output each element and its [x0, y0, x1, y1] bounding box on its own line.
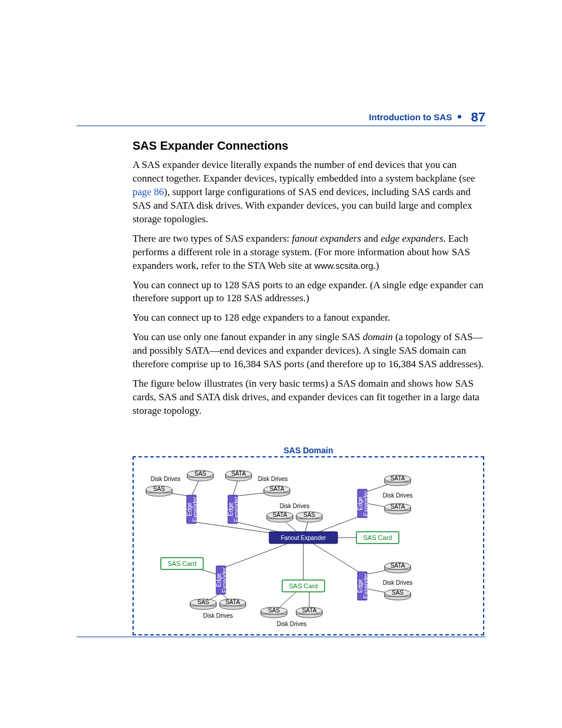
- sas-card-left: SAS Card: [161, 558, 203, 569]
- paragraph-2: There are two types of SAS expanders: fa…: [133, 232, 485, 273]
- svg-text:SAS: SAS: [392, 589, 404, 596]
- edge-expander-5: EdgeExpander: [357, 572, 369, 600]
- paragraph-1: A SAS expander device literally expands …: [133, 159, 485, 226]
- drive-sas-mid: SAS: [296, 512, 322, 522]
- disk-drives-label-tl: Disk Drives: [151, 476, 181, 482]
- disk-drives-label-bc: Disk Drives: [277, 621, 307, 627]
- disk-drives-label-mid: Disk Drives: [280, 503, 310, 509]
- svg-text:SAS: SAS: [153, 486, 165, 492]
- page-number: 87: [471, 110, 485, 124]
- drive-sata-mid: SATA: [267, 512, 293, 522]
- figure-svg: Fanout Expander EdgeExpander EdgeExpande…: [133, 456, 484, 635]
- section-heading: SAS Expander Connections: [133, 139, 485, 153]
- edge-expander-3: EdgeExpander: [216, 566, 228, 594]
- svg-text:SATA: SATA: [391, 475, 405, 482]
- running-header: Introduction to SAS 87: [369, 110, 485, 125]
- drive-sas-bl1: SAS: [190, 599, 216, 610]
- svg-text:SATA: SATA: [270, 486, 285, 492]
- edge-expander-2: EdgeExpander: [227, 495, 240, 523]
- svg-text:SAS: SAS: [197, 599, 209, 605]
- fanout-expander: Fanout Expander: [269, 532, 338, 543]
- sas-card-bottom: SAS Card: [282, 580, 325, 592]
- svg-text:SATA: SATA: [391, 503, 405, 510]
- paragraph-5: You can use only one fanout expander in …: [133, 331, 485, 371]
- header-rule: [77, 126, 485, 126]
- svg-text:SATA: SATA: [226, 599, 240, 605]
- page-link[interactable]: page 86: [133, 186, 164, 197]
- paragraph-4: You can connect up to 128 edge expanders…: [133, 311, 485, 325]
- paragraph-6: The figure below illustrates (in very ba…: [133, 377, 485, 418]
- edge-expander-1: EdgeExpander: [186, 495, 199, 523]
- svg-text:SAS: SAS: [268, 607, 280, 614]
- drive-sata-tl1: SATA: [226, 470, 252, 481]
- disk-drives-label-rt: Disk Drives: [383, 492, 413, 499]
- svg-text:SAS: SAS: [303, 512, 315, 518]
- header-text: Introduction to SAS: [369, 112, 452, 122]
- footer-rule: [77, 637, 485, 637]
- svg-text:SATA: SATA: [391, 562, 405, 569]
- drive-sata-rb1: SATA: [385, 562, 411, 573]
- fanout-label: Fanout Expander: [281, 535, 326, 541]
- svg-text:SAS Card: SAS Card: [289, 582, 318, 589]
- drive-sata-tl2: SATA: [264, 486, 290, 496]
- drive-sas-tl1: SAS: [187, 470, 213, 481]
- drive-sata-bc1: SATA: [296, 607, 322, 618]
- svg-text:SATA: SATA: [302, 607, 317, 614]
- disk-drives-label-tl2: Disk Drives: [258, 476, 288, 482]
- svg-text:SATA: SATA: [273, 512, 287, 518]
- paragraph-3: You can connect up to 128 SAS ports to a…: [133, 279, 485, 306]
- svg-text:SAS Card: SAS Card: [363, 534, 392, 541]
- figure-sas-domain: SAS Domain: [133, 446, 484, 635]
- page: Introduction to SAS 87 SAS Expander Conn…: [0, 0, 562, 728]
- figure-title: SAS Domain: [133, 446, 484, 455]
- disk-drives-label-bl: Disk Drives: [203, 612, 233, 619]
- svg-text:SATA: SATA: [232, 470, 246, 477]
- disk-drives-label-rb: Disk Drives: [383, 579, 413, 586]
- drive-sas-tl2: SAS: [146, 486, 172, 496]
- drive-sata-bl1: SATA: [220, 599, 246, 610]
- drive-sas-bc1: SAS: [261, 607, 287, 618]
- svg-text:SAS: SAS: [194, 470, 206, 477]
- drive-sata-rt2: SATA: [385, 503, 411, 514]
- svg-text:SAS Card: SAS Card: [168, 560, 197, 567]
- edge-expander-4: EdgeExpander: [357, 489, 369, 518]
- header-bullet-icon: [458, 115, 461, 118]
- drive-sas-rb2: SAS: [385, 589, 411, 600]
- sas-card-right: SAS Card: [356, 532, 399, 543]
- drive-sata-rt1: SATA: [385, 475, 411, 486]
